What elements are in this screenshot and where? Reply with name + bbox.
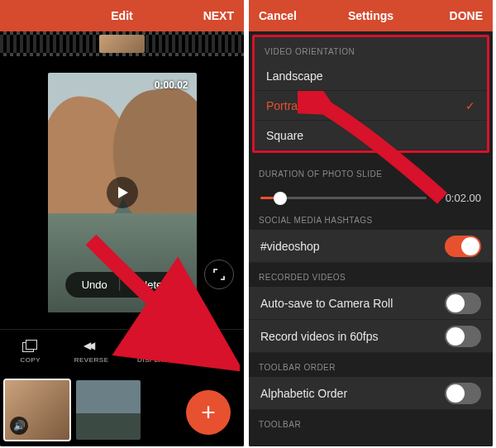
autosave-toggle[interactable] — [445, 293, 481, 314]
undo-delete-pill: Undo Delete — [65, 272, 179, 298]
copy-button[interactable]: COPY — [0, 330, 61, 374]
orientation-square[interactable]: Square — [255, 121, 487, 150]
copy-label: COPY — [21, 356, 41, 364]
square-label: Square — [266, 129, 303, 142]
orientation-landscape[interactable]: Landscape — [255, 61, 487, 91]
alpha-toggle[interactable] — [445, 383, 481, 404]
edit-screen: Edit NEXT 0:00.02 Undo Delete COPY REVER… — [0, 0, 244, 446]
thumbnail-2[interactable] — [76, 380, 141, 440]
done-button[interactable]: DONE — [435, 9, 483, 22]
copy-icon — [22, 340, 39, 353]
settings-screen: Cancel Settings DONE VIDEO ORIENTATION L… — [249, 0, 493, 446]
settings-body[interactable]: VIDEO ORIENTATION Landscape Portrait✓ Sq… — [249, 31, 493, 446]
alpha-label: Alphabetic Order — [260, 387, 347, 400]
display-icon — [144, 340, 160, 353]
landscape-label: Landscape — [266, 69, 323, 83]
reverse-icon — [83, 340, 100, 353]
alpha-order-row[interactable]: Alphabetic Order — [249, 377, 493, 410]
reverse-label: REVERSE — [74, 356, 109, 364]
undo-button[interactable]: Undo — [70, 279, 119, 291]
toolbar-order-header: TOOLBAR ORDER — [249, 353, 493, 377]
duration-slider-row: 0:02.00 — [249, 183, 493, 206]
next-button[interactable]: NEXT — [186, 9, 234, 22]
reverse-button[interactable]: REVERSE — [61, 330, 122, 374]
fullscreen-button[interactable] — [204, 260, 234, 289]
autosave-row[interactable]: Auto-save to Camera Roll — [249, 287, 493, 320]
settings-title: Settings — [307, 9, 435, 22]
edit-title: Edit — [58, 9, 186, 22]
settings-header: Cancel Settings DONE — [249, 0, 493, 31]
check-icon: ✓ — [465, 99, 475, 112]
sixtyfps-row[interactable]: Record videos in 60fps — [249, 320, 493, 353]
timestamp-label: 0:00.02 — [155, 79, 188, 91]
autosave-label: Auto-save to Camera Roll — [260, 297, 393, 310]
bottom-toolbar: COPY REVERSE DISPLAY SETTINGS — [0, 329, 244, 374]
hashtags-header: SOCIAL MEDIA HASHTAGS — [249, 206, 493, 230]
timeline-clip[interactable] — [99, 35, 145, 53]
thumbnail-1[interactable]: 🔊 — [5, 380, 69, 440]
mute-icon[interactable]: 🔊 — [10, 417, 28, 435]
hashtag-label: #videoshop — [260, 240, 320, 253]
hashtag-row[interactable]: #videoshop — [249, 230, 493, 263]
play-button[interactable] — [107, 177, 138, 208]
add-clip-button[interactable]: + — [186, 390, 231, 435]
toolbar-header: TOOLBAR — [249, 410, 493, 434]
portrait-label: Portrait — [266, 99, 303, 112]
timeline-strip[interactable] — [0, 31, 244, 56]
gear-icon — [205, 340, 222, 353]
settings-button[interactable]: SETTINGS — [183, 330, 244, 374]
recorded-header: RECORDED VIDEOS — [249, 263, 493, 287]
video-preview[interactable]: 0:00.02 Undo Delete — [48, 73, 197, 312]
duration-value: 0:02.00 — [435, 192, 481, 204]
preview-stage: 0:00.02 Undo Delete — [0, 56, 244, 329]
display-button[interactable]: DISPLAY — [122, 330, 184, 374]
settings-label: SETTINGS — [195, 356, 231, 364]
hashtag-toggle[interactable] — [445, 236, 481, 257]
slider-knob[interactable] — [274, 192, 287, 205]
duration-slider[interactable] — [260, 197, 427, 199]
duration-header: DURATION OF PHOTO SLIDE — [249, 160, 493, 183]
sixtyfps-label: Record videos in 60fps — [260, 330, 378, 343]
display-label: DISPLAY — [137, 356, 168, 364]
orientation-group: VIDEO ORIENTATION Landscape Portrait✓ Sq… — [252, 35, 489, 153]
orientation-portrait[interactable]: Portrait✓ — [255, 91, 487, 121]
clip-thumbnails: 🔊 + — [0, 374, 244, 446]
sixtyfps-toggle[interactable] — [445, 326, 481, 347]
delete-button[interactable]: Delete — [120, 279, 174, 291]
cancel-button[interactable]: Cancel — [259, 9, 307, 22]
edit-header: Edit NEXT — [0, 0, 244, 31]
orientation-header: VIDEO ORIENTATION — [255, 37, 487, 61]
